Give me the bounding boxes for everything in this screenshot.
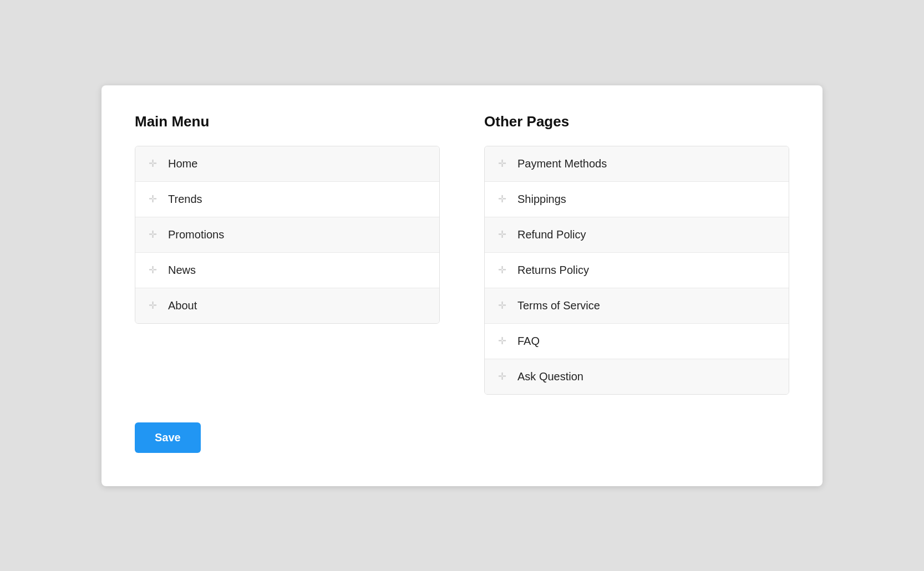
item-label: Shippings — [517, 193, 566, 206]
item-label: FAQ — [517, 335, 540, 348]
main-card: Main Menu Home Trends Promotions News Ab… — [101, 85, 823, 486]
list-item[interactable]: FAQ — [485, 324, 789, 359]
list-item[interactable]: Ask Question — [485, 359, 789, 394]
main-menu-list: Home Trends Promotions News About — [135, 146, 440, 324]
main-menu-column: Main Menu Home Trends Promotions News Ab… — [135, 113, 440, 395]
list-item[interactable]: Returns Policy — [485, 253, 789, 288]
list-item[interactable]: News — [135, 253, 439, 288]
item-label: Ask Question — [517, 370, 583, 383]
drag-handle-icon — [498, 335, 506, 347]
list-item[interactable]: Home — [135, 146, 439, 182]
save-section: Save — [135, 422, 789, 453]
item-label: Terms of Service — [517, 299, 600, 312]
list-item[interactable]: Trends — [135, 182, 439, 217]
other-pages-column: Other Pages Payment Methods Shippings Re… — [484, 113, 789, 395]
list-item[interactable]: Terms of Service — [485, 288, 789, 324]
list-item[interactable]: Promotions — [135, 217, 439, 253]
list-item[interactable]: Payment Methods — [485, 146, 789, 182]
item-label: News — [168, 264, 196, 277]
save-button[interactable]: Save — [135, 422, 201, 453]
drag-handle-icon — [498, 264, 506, 276]
item-label: About — [168, 299, 197, 312]
other-pages-list: Payment Methods Shippings Refund Policy … — [484, 146, 789, 395]
main-menu-title: Main Menu — [135, 113, 440, 130]
drag-handle-icon — [149, 228, 157, 241]
drag-handle-icon — [498, 370, 506, 383]
item-label: Returns Policy — [517, 264, 589, 277]
list-item[interactable]: Shippings — [485, 182, 789, 217]
drag-handle-icon — [149, 193, 157, 205]
drag-handle-icon — [149, 264, 157, 276]
item-label: Payment Methods — [517, 157, 607, 170]
list-item[interactable]: Refund Policy — [485, 217, 789, 253]
two-columns-layout: Main Menu Home Trends Promotions News Ab… — [135, 113, 789, 395]
drag-handle-icon — [498, 299, 506, 312]
item-label: Promotions — [168, 228, 224, 241]
drag-handle-icon — [498, 228, 506, 241]
item-label: Refund Policy — [517, 228, 586, 241]
item-label: Trends — [168, 193, 202, 206]
drag-handle-icon — [149, 299, 157, 312]
list-item[interactable]: About — [135, 288, 439, 323]
drag-handle-icon — [498, 157, 506, 170]
other-pages-title: Other Pages — [484, 113, 789, 130]
item-label: Home — [168, 157, 197, 170]
drag-handle-icon — [498, 193, 506, 205]
drag-handle-icon — [149, 157, 157, 170]
